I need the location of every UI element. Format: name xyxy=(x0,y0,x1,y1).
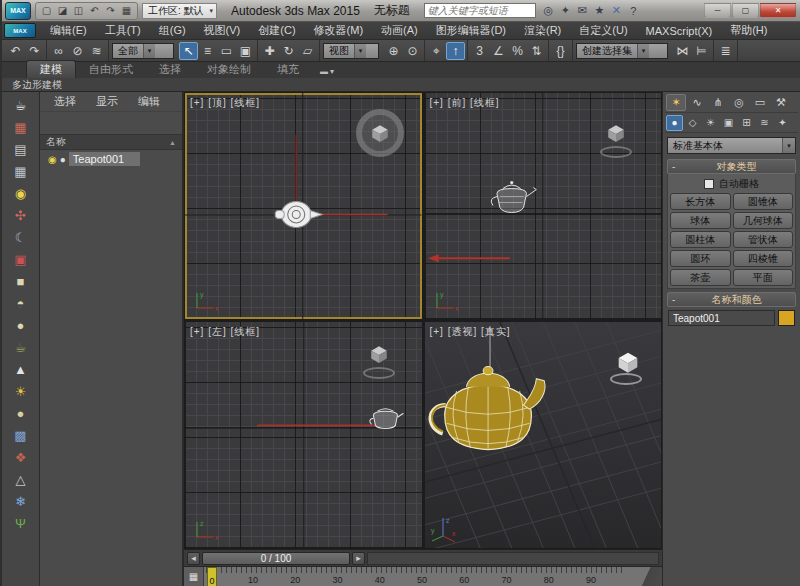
undo-icon[interactable]: ↶ xyxy=(87,3,102,18)
viewcube[interactable] xyxy=(362,340,398,382)
ribbon-tab[interactable]: 填充 xyxy=(264,61,312,78)
viewport-label[interactable]: [+] [左] [线框] xyxy=(190,325,260,339)
cat-geometry-icon[interactable]: ● xyxy=(666,115,683,131)
ribbon-tab[interactable]: 自由形式 xyxy=(76,61,146,78)
scene-object-row[interactable]: ◉ ● Teapot001 xyxy=(40,150,182,168)
max-application-button[interactable]: MAX xyxy=(4,23,36,38)
viewport-perspective[interactable]: [+] [透视] [真实] xyxy=(425,322,662,548)
menu-item[interactable]: 渲染(R) xyxy=(515,22,570,39)
ribbon-tab[interactable]: 建模 xyxy=(26,60,76,78)
primitive-category-dropdown[interactable]: 标准基本体 ▾ xyxy=(667,137,796,154)
primitive-button[interactable]: 平面 xyxy=(733,269,794,286)
menu-item[interactable]: 图形编辑器(D) xyxy=(427,22,515,39)
sign-in-key-icon[interactable]: ✦ xyxy=(557,3,574,19)
teapot-primitive-icon[interactable]: ☕ xyxy=(6,336,36,358)
viewport-front[interactable]: [+] [前] [线框] xyxy=(425,93,662,319)
select-and-manipulate-icon[interactable]: ⌖ xyxy=(427,42,446,60)
bind-to-space-warp-icon[interactable]: ≋ xyxy=(87,42,106,60)
project-folder-icon[interactable]: ▦ xyxy=(119,3,134,18)
menu-item[interactable]: 组(G) xyxy=(150,22,195,39)
primitive-button[interactable]: 圆锥体 xyxy=(733,193,794,210)
minimize-button[interactable]: ─ xyxy=(704,3,731,18)
maximize-button[interactable]: ▢ xyxy=(732,3,759,18)
open-file-icon[interactable]: ◪ xyxy=(55,3,70,18)
box-primitive-icon[interactable]: ■ xyxy=(6,270,36,292)
viewport-label[interactable]: [+] [顶] [线框] xyxy=(190,96,260,110)
sun-icon[interactable]: ☀ xyxy=(6,380,36,402)
viewcube[interactable] xyxy=(599,119,635,161)
cat-systems-icon[interactable]: ✦ xyxy=(774,115,791,131)
primitive-button[interactable]: 几何球体 xyxy=(733,212,794,229)
camera-icon[interactable]: ▣ xyxy=(6,248,36,270)
favorites-star-icon[interactable]: ★ xyxy=(591,3,608,19)
redo-icon[interactable]: ↷ xyxy=(25,42,44,60)
communication-center-icon[interactable]: ✉ xyxy=(574,3,591,19)
grass-icon[interactable]: Ψ xyxy=(6,512,36,534)
named-selection-sets-dropdown[interactable]: 创建选择集 ▾ xyxy=(576,43,668,59)
menu-item[interactable]: 动画(A) xyxy=(372,22,427,39)
mini-curve-editor-button[interactable]: ▦ xyxy=(184,567,204,586)
mirror-icon[interactable]: ⋈ xyxy=(673,42,692,60)
align-icon[interactable]: ⊨ xyxy=(692,42,711,60)
object-name-field[interactable]: Teapot001 xyxy=(668,310,775,326)
moon-icon[interactable]: ☾ xyxy=(6,226,36,248)
angle-snap-icon[interactable]: ∠ xyxy=(489,42,508,60)
tab-modify-icon[interactable]: ∿ xyxy=(687,94,707,111)
unlink-selection-icon[interactable]: ⊘ xyxy=(68,42,87,60)
redo-icon[interactable]: ↷ xyxy=(103,3,118,18)
primitive-button[interactable]: 管状体 xyxy=(733,231,794,248)
tab-motion-icon[interactable]: ◎ xyxy=(729,94,749,111)
primitive-button[interactable]: 茶壶 xyxy=(670,269,731,286)
select-and-move-icon[interactable]: ✚ xyxy=(260,42,279,60)
tab-hierarchy-icon[interactable]: ⋔ xyxy=(708,94,728,111)
next-frame-button[interactable]: ▸ xyxy=(352,552,365,565)
tab-display-icon[interactable]: ▭ xyxy=(750,94,770,111)
keyboard-shortcut-override-icon[interactable]: ↑ xyxy=(446,42,465,60)
select-by-name-icon[interactable]: ≡ xyxy=(198,42,217,60)
viewport-left[interactable]: [+] [左] [线框] xyxy=(185,322,422,548)
window-crossing-icon[interactable]: ▣ xyxy=(236,42,255,60)
autogrid-checkbox[interactable] xyxy=(704,179,714,189)
circle-primitive-icon[interactable]: ● xyxy=(6,314,36,336)
teapot-tool-icon[interactable]: ☕ xyxy=(6,94,36,116)
snowflake-icon[interactable]: ❄ xyxy=(6,490,36,512)
time-slider-track[interactable] xyxy=(367,552,659,565)
scene-explorer-menu[interactable]: 编辑 xyxy=(128,94,170,109)
tab-utilities-icon[interactable]: ⚒ xyxy=(771,94,791,111)
scene-explorer-menu[interactable]: 选择 xyxy=(44,94,86,109)
layer-manager-icon[interactable]: ≣ xyxy=(716,42,735,60)
selection-filter-dropdown[interactable]: 全部 ▾ xyxy=(112,43,174,59)
viewcube[interactable] xyxy=(356,109,404,157)
cat-spacewarps-icon[interactable]: ≋ xyxy=(756,115,773,131)
primitive-button[interactable]: 长方体 xyxy=(670,193,731,210)
cat-shapes-icon[interactable]: ◇ xyxy=(684,115,701,131)
help-icon[interactable]: ? xyxy=(625,3,642,19)
undo-icon[interactable]: ↶ xyxy=(6,42,25,60)
save-file-icon[interactable]: ◫ xyxy=(71,3,86,18)
time-slider-handle[interactable]: 0 / 100 xyxy=(202,552,350,565)
workspace-dropdown[interactable]: 工作区: 默认 ▾ xyxy=(142,3,217,19)
percent-snap-icon[interactable]: % xyxy=(508,42,527,60)
object-type-rollout-header[interactable]: - 对象类型 xyxy=(667,159,796,174)
polygon-modeling-panel[interactable]: 多边形建模 xyxy=(12,78,62,92)
name-column-header[interactable]: 名称 ▲ xyxy=(40,134,182,150)
scene-explorer-menu[interactable]: 显示 xyxy=(86,94,128,109)
molecule-icon[interactable]: ❖ xyxy=(6,446,36,468)
select-and-scale-icon[interactable]: ▱ xyxy=(298,42,317,60)
a360-icon[interactable]: ✕ xyxy=(608,3,625,19)
object-name[interactable]: Teapot001 xyxy=(69,152,140,166)
viewport-top[interactable]: [+] [顶] [线框] xyxy=(185,93,422,319)
primitive-button[interactable]: 四棱锥 xyxy=(733,250,794,267)
use-pivot-point-icon[interactable]: ⊕ xyxy=(384,42,403,60)
ribbon-config-dropdown[interactable]: ▬ ▾ xyxy=(320,67,334,78)
cat-helpers-icon[interactable]: ⊞ xyxy=(738,115,755,131)
menu-item[interactable]: 视图(V) xyxy=(195,22,250,39)
menu-item[interactable]: 创建(C) xyxy=(249,22,304,39)
light-bulb-icon[interactable]: ◉ xyxy=(6,182,36,204)
select-and-rotate-icon[interactable]: ↻ xyxy=(279,42,298,60)
ribbon-tab[interactable]: 选择 xyxy=(146,61,194,78)
tab-create-icon[interactable]: ✶ xyxy=(666,94,686,111)
spinner-snap-icon[interactable]: ⇅ xyxy=(527,42,546,60)
use-selection-center-icon[interactable]: ⊙ xyxy=(403,42,422,60)
primitive-button[interactable]: 圆柱体 xyxy=(670,231,731,248)
